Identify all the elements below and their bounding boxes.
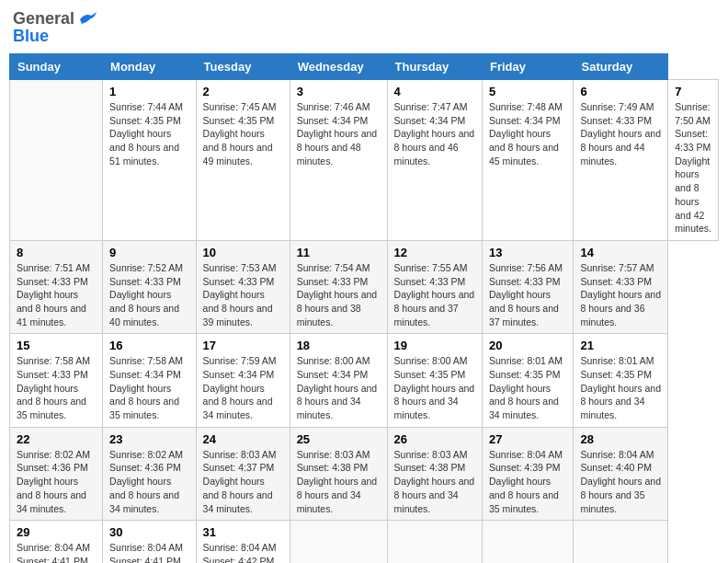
calendar-cell: 31 Sunrise: 8:04 AMSunset: 4:42 PMDaylig… bbox=[196, 521, 290, 563]
calendar-week-1: 1 Sunrise: 7:44 AMSunset: 4:35 PMDayligh… bbox=[10, 80, 719, 241]
day-info: Sunrise: 8:04 AMSunset: 4:39 PMDaylight … bbox=[489, 449, 563, 514]
calendar-cell: 5 Sunrise: 7:48 AMSunset: 4:34 PMDayligh… bbox=[482, 80, 574, 241]
day-number: 12 bbox=[394, 246, 475, 259]
day-number: 30 bbox=[109, 525, 189, 539]
day-info: Sunrise: 8:03 AMSunset: 4:37 PMDaylight … bbox=[203, 449, 277, 514]
day-number: 17 bbox=[203, 339, 283, 352]
day-number: 14 bbox=[580, 246, 661, 259]
logo-blue: Blue bbox=[13, 27, 49, 45]
weekday-header-wednesday: Wednesday bbox=[290, 54, 387, 80]
day-info: Sunrise: 8:03 AMSunset: 4:38 PMDaylight … bbox=[394, 449, 475, 514]
calendar-cell: 6 Sunrise: 7:49 AMSunset: 4:33 PMDayligh… bbox=[574, 80, 668, 241]
logo: General Blue bbox=[13, 9, 98, 46]
weekday-header-saturday: Saturday bbox=[574, 54, 668, 80]
day-info: Sunrise: 8:04 AMSunset: 4:42 PMDaylight … bbox=[203, 542, 277, 563]
weekday-header-sunday: Sunday bbox=[10, 54, 103, 80]
day-number: 27 bbox=[489, 432, 567, 446]
calendar-cell: 16 Sunrise: 7:58 AMSunset: 4:34 PMDaylig… bbox=[103, 334, 197, 427]
calendar-cell: 1 Sunrise: 7:44 AMSunset: 4:35 PMDayligh… bbox=[103, 80, 197, 241]
calendar-cell: 10 Sunrise: 7:53 AMSunset: 4:33 PMDaylig… bbox=[196, 240, 290, 333]
calendar-cell: 17 Sunrise: 7:59 AMSunset: 4:34 PMDaylig… bbox=[196, 334, 290, 427]
day-number: 20 bbox=[489, 339, 567, 352]
day-info: Sunrise: 7:52 AMSunset: 4:33 PMDaylight … bbox=[109, 262, 183, 327]
calendar-body: 1 Sunrise: 7:44 AMSunset: 4:35 PMDayligh… bbox=[10, 80, 719, 564]
day-number: 21 bbox=[580, 339, 661, 352]
day-info: Sunrise: 7:59 AMSunset: 4:34 PMDaylight … bbox=[203, 355, 277, 420]
calendar-cell: 29 Sunrise: 8:04 AMSunset: 4:41 PMDaylig… bbox=[10, 521, 103, 563]
calendar-cell: 20 Sunrise: 8:01 AMSunset: 4:35 PMDaylig… bbox=[482, 334, 574, 427]
day-info: Sunrise: 8:02 AMSunset: 4:36 PMDaylight … bbox=[109, 449, 183, 514]
calendar-cell: 21 Sunrise: 8:01 AMSunset: 4:35 PMDaylig… bbox=[574, 334, 668, 427]
day-number: 26 bbox=[394, 432, 475, 446]
calendar-cell: 14 Sunrise: 7:57 AMSunset: 4:33 PMDaylig… bbox=[574, 240, 668, 333]
day-info: Sunrise: 7:44 AMSunset: 4:35 PMDaylight … bbox=[109, 101, 183, 167]
calendar-week-3: 15 Sunrise: 7:58 AMSunset: 4:33 PMDaylig… bbox=[10, 334, 719, 427]
calendar-cell: 3 Sunrise: 7:46 AMSunset: 4:34 PMDayligh… bbox=[290, 80, 387, 241]
calendar-cell: 9 Sunrise: 7:52 AMSunset: 4:33 PMDayligh… bbox=[103, 240, 197, 333]
calendar-cell: 12 Sunrise: 7:55 AMSunset: 4:33 PMDaylig… bbox=[387, 240, 482, 333]
calendar-cell: 28 Sunrise: 8:04 AMSunset: 4:40 PMDaylig… bbox=[574, 427, 668, 520]
calendar-cell: 27 Sunrise: 8:04 AMSunset: 4:39 PMDaylig… bbox=[482, 427, 574, 520]
day-number: 6 bbox=[580, 85, 661, 98]
calendar-cell: 22 Sunrise: 8:02 AMSunset: 4:36 PMDaylig… bbox=[10, 427, 103, 520]
calendar-cell bbox=[290, 521, 387, 563]
calendar-cell: 23 Sunrise: 8:02 AMSunset: 4:36 PMDaylig… bbox=[103, 427, 197, 520]
calendar-cell: 26 Sunrise: 8:03 AMSunset: 4:38 PMDaylig… bbox=[387, 427, 482, 520]
calendar-cell: 7 Sunrise: 7:50 AMSunset: 4:33 PMDayligh… bbox=[668, 80, 719, 241]
calendar-cell: 24 Sunrise: 8:03 AMSunset: 4:37 PMDaylig… bbox=[196, 427, 290, 520]
calendar-cell: 25 Sunrise: 8:03 AMSunset: 4:38 PMDaylig… bbox=[290, 427, 387, 520]
day-info: Sunrise: 8:00 AMSunset: 4:34 PMDaylight … bbox=[297, 355, 378, 420]
day-info: Sunrise: 7:55 AMSunset: 4:33 PMDaylight … bbox=[394, 262, 475, 327]
day-info: Sunrise: 7:47 AMSunset: 4:34 PMDaylight … bbox=[394, 101, 475, 167]
calendar-cell bbox=[482, 521, 574, 563]
day-info: Sunrise: 7:58 AMSunset: 4:34 PMDaylight … bbox=[109, 355, 183, 420]
day-number: 31 bbox=[203, 525, 283, 539]
day-number: 15 bbox=[17, 339, 96, 352]
day-number: 8 bbox=[17, 246, 96, 259]
day-info: Sunrise: 7:56 AMSunset: 4:33 PMDaylight … bbox=[489, 262, 563, 327]
calendar-week-5: 29 Sunrise: 8:04 AMSunset: 4:41 PMDaylig… bbox=[10, 521, 719, 563]
day-info: Sunrise: 8:00 AMSunset: 4:35 PMDaylight … bbox=[394, 355, 475, 420]
weekday-header-thursday: Thursday bbox=[387, 54, 482, 80]
day-info: Sunrise: 8:04 AMSunset: 4:41 PMDaylight … bbox=[109, 542, 183, 563]
day-number: 24 bbox=[203, 432, 283, 446]
day-number: 7 bbox=[675, 85, 711, 98]
day-info: Sunrise: 8:04 AMSunset: 4:41 PMDaylight … bbox=[17, 542, 90, 563]
day-number: 13 bbox=[489, 246, 567, 259]
calendar-table: SundayMondayTuesdayWednesdayThursdayFrid… bbox=[9, 53, 719, 563]
day-number: 25 bbox=[297, 432, 381, 446]
weekday-header-friday: Friday bbox=[482, 54, 574, 80]
day-info: Sunrise: 7:45 AMSunset: 4:35 PMDaylight … bbox=[203, 101, 277, 167]
day-number: 9 bbox=[109, 246, 189, 259]
calendar-header-row: SundayMondayTuesdayWednesdayThursdayFrid… bbox=[10, 54, 719, 80]
calendar-cell: 18 Sunrise: 8:00 AMSunset: 4:34 PMDaylig… bbox=[290, 334, 387, 427]
weekday-header-monday: Monday bbox=[103, 54, 197, 80]
day-number: 29 bbox=[17, 525, 96, 539]
day-number: 3 bbox=[297, 85, 381, 98]
calendar-cell: 4 Sunrise: 7:47 AMSunset: 4:34 PMDayligh… bbox=[387, 80, 482, 241]
calendar-cell: 8 Sunrise: 7:51 AMSunset: 4:33 PMDayligh… bbox=[10, 240, 103, 333]
day-number: 28 bbox=[580, 432, 661, 446]
day-info: Sunrise: 8:02 AMSunset: 4:36 PMDaylight … bbox=[17, 449, 90, 514]
calendar-week-2: 8 Sunrise: 7:51 AMSunset: 4:33 PMDayligh… bbox=[10, 240, 719, 333]
day-number: 23 bbox=[109, 432, 189, 446]
day-info: Sunrise: 7:57 AMSunset: 4:33 PMDaylight … bbox=[580, 262, 661, 327]
day-info: Sunrise: 7:48 AMSunset: 4:34 PMDaylight … bbox=[489, 101, 563, 167]
day-info: Sunrise: 7:49 AMSunset: 4:33 PMDaylight … bbox=[580, 101, 661, 167]
calendar-week-4: 22 Sunrise: 8:02 AMSunset: 4:36 PMDaylig… bbox=[10, 427, 719, 520]
calendar-cell bbox=[574, 521, 668, 563]
calendar-cell: 15 Sunrise: 7:58 AMSunset: 4:33 PMDaylig… bbox=[10, 334, 103, 427]
day-info: Sunrise: 8:01 AMSunset: 4:35 PMDaylight … bbox=[489, 355, 563, 420]
day-info: Sunrise: 7:58 AMSunset: 4:33 PMDaylight … bbox=[17, 355, 90, 420]
calendar-cell: 19 Sunrise: 8:00 AMSunset: 4:35 PMDaylig… bbox=[387, 334, 482, 427]
calendar-cell: 2 Sunrise: 7:45 AMSunset: 4:35 PMDayligh… bbox=[196, 80, 290, 241]
logo-general: General bbox=[13, 9, 74, 29]
calendar-cell: 30 Sunrise: 8:04 AMSunset: 4:41 PMDaylig… bbox=[103, 521, 197, 563]
day-number: 19 bbox=[394, 339, 475, 352]
calendar-cell: 11 Sunrise: 7:54 AMSunset: 4:33 PMDaylig… bbox=[290, 240, 387, 333]
page-header: General Blue bbox=[9, 9, 719, 46]
day-number: 10 bbox=[203, 246, 283, 259]
logo-bird-icon bbox=[78, 11, 98, 28]
day-number: 2 bbox=[203, 85, 283, 98]
day-number: 16 bbox=[109, 339, 189, 352]
